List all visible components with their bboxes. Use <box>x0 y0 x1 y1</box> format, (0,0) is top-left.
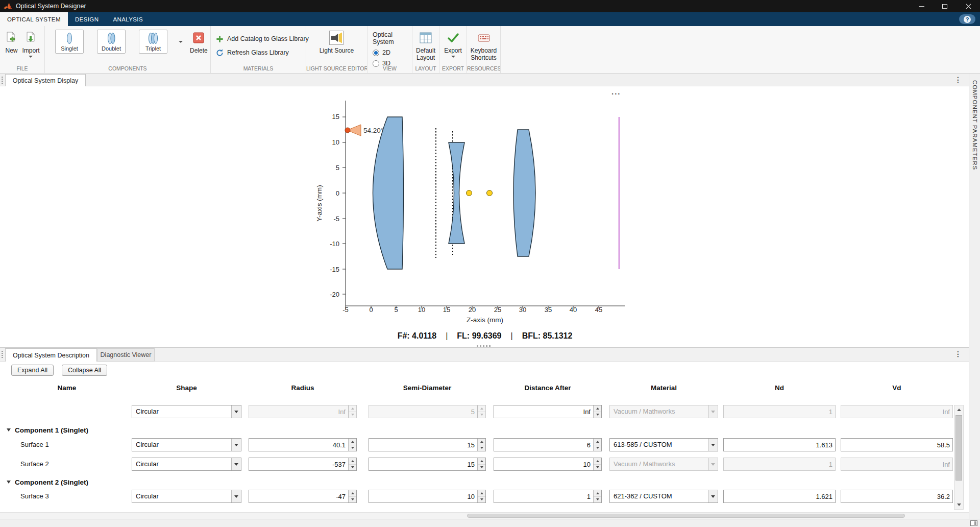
default-layout-button[interactable]: DefaultLayout <box>416 30 435 61</box>
spinner-up-icon[interactable] <box>349 439 356 445</box>
dropdown-caret-icon[interactable] <box>708 439 718 451</box>
shape-dropdown[interactable]: Circular <box>132 438 241 451</box>
vd-input[interactable] <box>841 490 952 502</box>
scroll-down-icon[interactable] <box>954 500 963 509</box>
panel-grip-icon[interactable] <box>2 77 3 84</box>
tab-optical-system-display[interactable]: Optical System Display <box>5 74 86 86</box>
tab-optical-system[interactable]: OPTICAL SYSTEM <box>0 12 68 26</box>
radius-field[interactable] <box>249 490 357 503</box>
distance-after-input[interactable] <box>494 458 593 470</box>
radius-field[interactable] <box>249 438 357 451</box>
tab-design[interactable]: DESIGN <box>68 12 106 26</box>
shape-dropdown[interactable]: Circular <box>132 458 241 471</box>
spinner-down-icon[interactable] <box>478 445 485 451</box>
dropdown-caret-icon[interactable] <box>708 490 718 502</box>
tab-analysis[interactable]: ANALYSIS <box>106 12 150 26</box>
radio-2d[interactable]: 2D <box>373 49 390 56</box>
maximize-button[interactable] <box>933 0 957 12</box>
component-parameters-strip[interactable]: COMPONENT PARAMETERS <box>969 74 980 519</box>
radius-input[interactable] <box>249 490 348 502</box>
components-gallery-dropdown[interactable] <box>177 30 185 54</box>
spinner-up-icon[interactable] <box>594 405 601 412</box>
semi-diameter-field[interactable] <box>369 458 486 471</box>
spinner-down-icon[interactable] <box>594 445 601 451</box>
collapse-triangle-icon[interactable] <box>7 481 11 484</box>
new-button[interactable]: New <box>5 30 18 54</box>
spinner-up-icon[interactable] <box>594 458 601 465</box>
component-group-row[interactable]: Component 2 (Singlet) <box>0 476 88 488</box>
distance-after-field[interactable] <box>494 438 602 451</box>
distance-after-field[interactable] <box>494 405 602 418</box>
ray-point-marker[interactable] <box>467 190 472 196</box>
spinner-down-icon[interactable] <box>478 497 485 503</box>
triplet-button[interactable]: Triplet <box>139 30 167 54</box>
semi-diameter-input[interactable] <box>369 439 477 451</box>
nd-input[interactable] <box>724 439 835 451</box>
distance-after-input[interactable] <box>494 490 593 502</box>
dock-panel-icon[interactable] <box>970 520 977 526</box>
vd-field[interactable] <box>841 490 953 503</box>
delete-button[interactable]: Delete <box>190 30 208 54</box>
spinner-up-icon[interactable] <box>594 439 601 445</box>
panel-grip-icon[interactable] <box>2 351 3 358</box>
light-source-dot-icon[interactable] <box>345 128 350 133</box>
spinner-down-icon[interactable] <box>594 497 601 503</box>
nd-input[interactable] <box>724 490 835 502</box>
scrollbar-thumb[interactable] <box>467 514 905 518</box>
vd-input[interactable] <box>841 439 952 451</box>
refresh-glass-library-button[interactable]: Refresh Glass Library <box>215 46 289 59</box>
expand-all-button[interactable]: Expand All <box>11 365 54 376</box>
distance-after-input[interactable] <box>494 405 593 418</box>
spinner-down-icon[interactable] <box>349 445 356 451</box>
doublet-button[interactable]: Doublet <box>97 30 126 54</box>
singlet-button[interactable]: Singlet <box>55 30 84 54</box>
spinner-down-icon[interactable] <box>349 465 356 471</box>
spinner-down-icon[interactable] <box>349 497 356 503</box>
dropdown-caret-icon[interactable] <box>231 405 241 418</box>
lens-1[interactable] <box>373 117 404 269</box>
nd-field[interactable] <box>723 490 836 503</box>
semi-diameter-field[interactable] <box>369 438 486 451</box>
distance-after-field[interactable] <box>494 490 602 503</box>
vd-field[interactable] <box>841 438 953 451</box>
spinner-up-icon[interactable] <box>349 490 356 497</box>
scrollbar-thumb[interactable] <box>955 415 962 481</box>
radius-input[interactable] <box>249 439 348 451</box>
light-source-button[interactable]: Light Source <box>320 30 354 54</box>
dropdown-caret-icon[interactable] <box>231 490 241 502</box>
table-vertical-scrollbar[interactable] <box>954 405 964 510</box>
ray-point-marker[interactable] <box>487 190 493 196</box>
dropdown-caret-icon[interactable] <box>231 439 241 451</box>
close-button[interactable] <box>957 0 980 12</box>
panel-menu-icon[interactable]: ⋮ <box>954 350 962 358</box>
component-group-row[interactable]: Component 1 (Singlet) <box>0 424 88 436</box>
spinner-down-icon[interactable] <box>594 465 601 471</box>
spinner-down-icon[interactable] <box>594 412 601 418</box>
radius-input[interactable] <box>249 458 348 470</box>
dropdown-caret-icon[interactable] <box>231 458 241 470</box>
import-button[interactable]: Import <box>22 30 39 58</box>
material-dropdown[interactable]: 613-585 / CUSTOM <box>609 438 718 451</box>
help-button[interactable]: ? <box>959 14 975 24</box>
minimize-button[interactable] <box>910 0 933 12</box>
lens-2[interactable] <box>449 142 464 244</box>
export-button[interactable]: Export <box>444 30 462 58</box>
plot-options-icon[interactable]: ... <box>611 87 621 96</box>
shape-dropdown[interactable]: Circular <box>132 405 241 418</box>
optical-system-plot[interactable]: -5 0 5 10 15 20 25 30 35 40 45 15 10 5 0… <box>0 86 664 347</box>
scroll-up-icon[interactable] <box>954 405 963 414</box>
material-dropdown[interactable]: 621-362 / CUSTOM <box>609 490 718 503</box>
spinner-up-icon[interactable] <box>594 490 601 497</box>
semi-diameter-input[interactable] <box>369 490 477 502</box>
shape-dropdown[interactable]: Circular <box>132 490 241 503</box>
nd-field[interactable] <box>723 438 836 451</box>
table-horizontal-scrollbar[interactable] <box>0 512 969 519</box>
tab-optical-system-description[interactable]: Optical System Description <box>5 348 97 362</box>
distance-after-input[interactable] <box>494 439 593 451</box>
collapse-triangle-icon[interactable] <box>7 428 11 432</box>
spinner-up-icon[interactable] <box>478 458 485 465</box>
collapse-all-button[interactable]: Collapse All <box>62 365 107 376</box>
spinner-down-icon[interactable] <box>478 465 485 471</box>
spinner-up-icon[interactable] <box>478 490 485 497</box>
distance-after-field[interactable] <box>494 458 602 471</box>
